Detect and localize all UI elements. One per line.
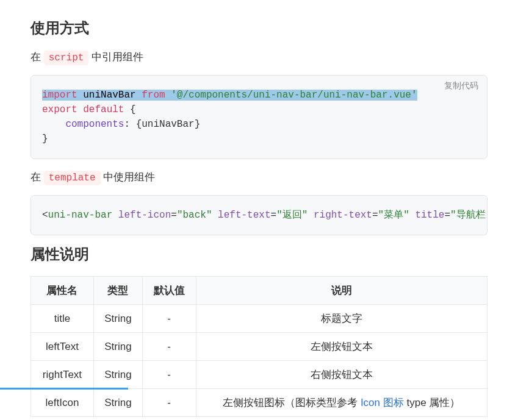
td-desc: 右侧按钮文本 bbox=[196, 361, 487, 389]
th-desc: 说明 bbox=[196, 277, 487, 305]
inline-code-script: script bbox=[44, 51, 89, 65]
code-content-1: import uniNavBar from '@/components/uni-… bbox=[42, 88, 476, 146]
heading-usage: 使用方式 bbox=[31, 18, 487, 38]
th-type: 类型 bbox=[93, 277, 142, 305]
td-default: - bbox=[142, 333, 196, 361]
table-row: title String - 标题文字 bbox=[31, 305, 487, 333]
code-block-template: <uni-nav-bar left-icon="back" left-text=… bbox=[31, 195, 487, 235]
td-type: String bbox=[93, 389, 142, 417]
td-name: leftText bbox=[31, 333, 94, 361]
desc-pre: 左侧按钮图标（图标类型参考 bbox=[223, 397, 361, 408]
text-after-script: 中引用组件 bbox=[92, 51, 143, 63]
table-row: leftText String - 左侧按钮文本 bbox=[31, 333, 487, 361]
td-default: - bbox=[142, 389, 196, 417]
text-before-template: 在 bbox=[31, 171, 44, 183]
td-default: - bbox=[142, 361, 196, 389]
copy-code-button[interactable]: 复制代码 bbox=[444, 80, 478, 91]
desc-post: type 属性） bbox=[404, 397, 461, 408]
text-after-template: 中使用组件 bbox=[103, 171, 155, 183]
code-content-2: <uni-nav-bar left-icon="back" left-text=… bbox=[42, 208, 476, 222]
heading-props: 属性说明 bbox=[31, 244, 487, 264]
th-default: 默认值 bbox=[142, 277, 196, 305]
td-type: String bbox=[93, 333, 142, 361]
td-desc: 标题文字 bbox=[196, 305, 487, 333]
para-template-usage: 在 template 中使用组件 bbox=[31, 170, 487, 184]
table-row: leftIcon String - 左侧按钮图标（图标类型参考 Icon 图标 … bbox=[31, 389, 487, 417]
td-default: - bbox=[142, 305, 196, 333]
table-row: rightText String - 右侧按钮文本 bbox=[31, 361, 487, 389]
props-table: 属性名 类型 默认值 说明 title String - 标题文字 leftTe… bbox=[31, 276, 487, 417]
table-header-row: 属性名 类型 默认值 说明 bbox=[31, 277, 487, 305]
td-desc: 左侧按钮图标（图标类型参考 Icon 图标 type 属性） bbox=[196, 389, 487, 417]
td-type: String bbox=[93, 361, 142, 389]
td-name: title bbox=[31, 305, 94, 333]
inline-code-template: template bbox=[44, 171, 101, 185]
horizontal-scroll-indicator[interactable] bbox=[0, 388, 128, 390]
code-block-script: 复制代码 import uniNavBar from '@/components… bbox=[31, 75, 487, 159]
text-before-script: 在 bbox=[31, 51, 44, 63]
th-name: 属性名 bbox=[31, 277, 94, 305]
td-name: rightText bbox=[31, 361, 94, 389]
icon-link[interactable]: Icon 图标 bbox=[361, 397, 404, 408]
td-name: leftIcon bbox=[31, 389, 94, 417]
td-type: String bbox=[93, 305, 142, 333]
para-script-usage: 在 script 中引用组件 bbox=[31, 50, 487, 64]
td-desc: 左侧按钮文本 bbox=[196, 333, 487, 361]
